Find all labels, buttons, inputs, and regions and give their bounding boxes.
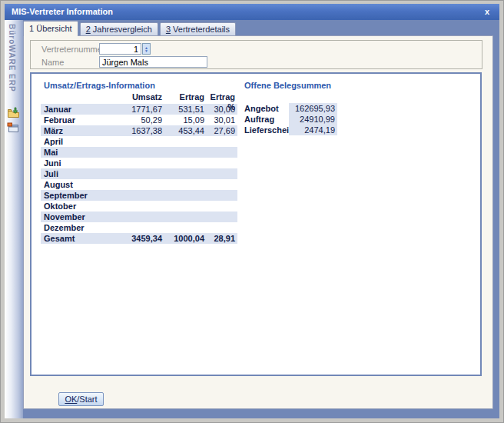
table-row-april: April bbox=[41, 136, 237, 147]
beleg-section-title: Offene Belegsummen bbox=[244, 81, 331, 90]
spinner-down-icon[interactable]: ▼ bbox=[144, 49, 148, 52]
beleg-row-auftrag: Auftrag 24910,99 bbox=[244, 114, 337, 125]
window-title: MIS-Vertreter Information bbox=[12, 7, 113, 16]
vertreternummer-spinner[interactable]: ▲ ▼ bbox=[142, 43, 151, 55]
umsatz-section-title: Umsatz/Ertrags-Information bbox=[44, 81, 155, 90]
tab-jahresvergleich[interactable]: 2 Jahresvergleich bbox=[80, 22, 158, 36]
table-row-juli: Juli bbox=[41, 168, 237, 179]
tab-uebersicht[interactable]: 1 Übersicht bbox=[23, 21, 78, 36]
table-row-januar: Januar 1771,67 531,51 30,00 bbox=[41, 104, 237, 115]
beleg-table: Angebot 162695,93 Auftrag 24910,99 Liefe… bbox=[244, 103, 337, 135]
table-row-februar: Februar 50,29 15,09 30,01 bbox=[41, 115, 237, 125]
ertrag-pct-header: Ertrag % bbox=[204, 92, 237, 102]
vertreternummer-label: Vertreternummer bbox=[41, 45, 105, 54]
overview-panel: Umsatz/Ertrags-Information Offene Belegs… bbox=[30, 72, 482, 376]
tab-label: Jahresvergleich bbox=[91, 25, 152, 34]
beleg-row-angebot: Angebot 162695,93 bbox=[244, 103, 337, 114]
beleg-row-lieferschein: Lieferschein 2474,19 bbox=[244, 125, 337, 135]
brand-label: BüroWARE ERP bbox=[8, 24, 16, 92]
umsatz-table: Umsatz Ertrag Ertrag % Januar 1771,67 53… bbox=[41, 92, 237, 244]
table-row-september: September bbox=[41, 190, 237, 201]
name-input[interactable] bbox=[99, 56, 207, 68]
umsatz-table-header: Umsatz Ertrag Ertrag % bbox=[41, 92, 237, 102]
ok-start-button[interactable]: OK/Start bbox=[58, 392, 104, 406]
form-window-icon[interactable] bbox=[7, 122, 20, 134]
ertrag-header: Ertrag bbox=[162, 92, 204, 102]
tab-label: Übersicht bbox=[34, 24, 72, 33]
vertreter-form-group: Vertreternummer ▲ ▼ Name bbox=[30, 40, 482, 69]
app-window: MIS-Vertreter Information x BüroWARE ERP bbox=[0, 0, 504, 423]
title-bar: MIS-Vertreter Information x bbox=[5, 4, 499, 20]
table-row-maerz: März 1637,38 453,44 27,69 bbox=[41, 125, 237, 136]
table-row-oktober: Oktober bbox=[41, 201, 237, 212]
tab-bar: 1 Übersicht 2 Jahresvergleich 3 Vertrete… bbox=[23, 21, 237, 36]
tab-page-uebersicht: Vertreternummer ▲ ▼ Name Umsatz/Ertrags-… bbox=[23, 35, 493, 409]
table-row-mai: Mai bbox=[41, 147, 237, 158]
table-row-juni: Juni bbox=[41, 158, 237, 168]
vertreternummer-input[interactable] bbox=[99, 43, 141, 55]
table-row-gesamt: Gesamt 3459,34 1000,04 28,91 bbox=[41, 233, 237, 244]
name-label: Name bbox=[41, 58, 64, 67]
tab-label: Vertreterdetails bbox=[171, 25, 230, 34]
ok-mnemonic: OK bbox=[65, 395, 77, 404]
umsatz-header: Umsatz bbox=[114, 92, 162, 102]
close-icon[interactable]: x bbox=[481, 4, 493, 20]
ok-rest: /Start bbox=[77, 395, 97, 404]
table-row-august: August bbox=[41, 179, 237, 190]
table-row-november: November bbox=[41, 212, 237, 222]
window-content: BüroWARE ERP 1 Übersicht bbox=[5, 20, 499, 418]
tab-vertreterdetails[interactable]: 3 Vertreterdetails bbox=[160, 22, 236, 36]
brand-sidebar: BüroWARE ERP bbox=[5, 20, 23, 418]
table-row-dezember: Dezember bbox=[41, 222, 237, 233]
folder-import-icon[interactable] bbox=[7, 107, 20, 119]
